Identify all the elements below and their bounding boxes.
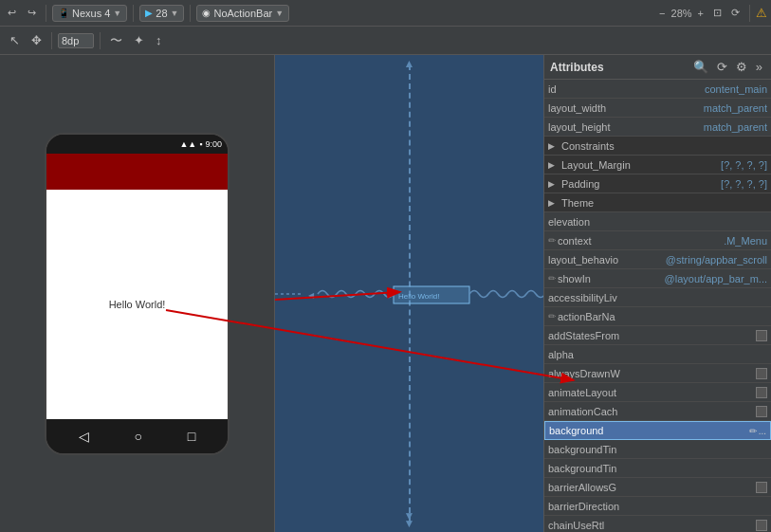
theme-label: NoActionBar	[213, 8, 272, 19]
magic-button[interactable]: ✦	[130, 31, 148, 49]
attr-name: context	[558, 235, 724, 247]
zoom-plus-button[interactable]: +	[694, 6, 707, 21]
svg-text:◀: ◀	[308, 291, 315, 300]
section-value: [?, ?, ?, ?]	[721, 178, 767, 190]
attr-name: backgroundTin	[548, 463, 767, 474]
left-panel: ▲▲ ▪ 9:00 Hello World! ◁ ○ □	[0, 55, 275, 532]
battery-icon: ▪	[199, 139, 202, 149]
checkbox-icon[interactable]	[756, 406, 767, 417]
attr-row-23[interactable]: chainUseRtl	[544, 516, 771, 532]
attr-name: layout_behavio	[548, 254, 666, 266]
warning-icon: ⚠	[756, 6, 767, 20]
phone-mockup: ▲▲ ▪ 9:00 Hello World! ◁ ○ □	[45, 133, 229, 455]
separator-5	[51, 32, 52, 49]
theme-selector[interactable]: ◉ NoActionBar ▼	[196, 5, 289, 22]
attr-row-20[interactable]: backgroundTin	[544, 459, 771, 478]
cursor-button[interactable]: ↖	[6, 31, 24, 49]
phone-status-bar: ▲▲ ▪ 9:00	[46, 135, 228, 154]
attr-row-16[interactable]: animateLayout	[544, 383, 771, 402]
attr-row-12[interactable]: ✏ actionBarNa	[544, 307, 771, 326]
attr-name: elevation	[548, 216, 767, 228]
back-icon: ◁	[79, 429, 89, 444]
separator-6	[100, 32, 101, 49]
attr-name: showIn	[558, 273, 665, 284]
attr-row-17[interactable]: animationCach	[544, 402, 771, 421]
section-name: Theme	[561, 197, 767, 209]
attr-name: layout_height	[548, 121, 704, 133]
home-icon: ○	[135, 429, 142, 444]
attr-value: match_parent	[704, 121, 767, 133]
attributes-list: idcontent_mainlayout_widthmatch_parentla…	[544, 80, 771, 532]
pan-button[interactable]: ✥	[28, 31, 46, 49]
attr-row-18[interactable]: background✏...	[544, 421, 771, 440]
attr-row-8[interactable]: ✏ context.M_Menu	[544, 231, 771, 250]
attr-row-9[interactable]: layout_behavio@string/appbar_scroll	[544, 250, 771, 269]
zoom-controls: − 28% + ⊡ ⟳	[655, 5, 743, 21]
margin-input[interactable]	[58, 33, 94, 48]
svg-text:Hello World!: Hello World!	[398, 292, 439, 301]
attr-name: barrierDirection	[548, 501, 767, 512]
attr-name: animateLayout	[548, 387, 752, 398]
attr-row-6[interactable]: ▶Theme	[544, 193, 771, 212]
attr-row-10[interactable]: ✏ showIn@layout/app_bar_m...	[544, 269, 771, 288]
checkbox-icon[interactable]	[756, 387, 767, 398]
gear-icon-button[interactable]: ⚙	[733, 59, 750, 75]
device-selector[interactable]: 📱 Nexus 4 ▼	[52, 5, 127, 22]
attr-row-0[interactable]: idcontent_main	[544, 80, 771, 99]
attr-row-2[interactable]: layout_heightmatch_parent	[544, 118, 771, 137]
attr-row-15[interactable]: alwaysDrawnW	[544, 364, 771, 383]
api-selector[interactable]: ▶ 28 ▼	[139, 5, 184, 22]
attr-row-1[interactable]: layout_widthmatch_parent	[544, 99, 771, 118]
attr-row-4[interactable]: ▶Layout_Margin[?, ?, ?, ?]	[544, 156, 771, 174]
theme-icon: ◉	[202, 8, 211, 18]
attr-row-22[interactable]: barrierDirection	[544, 497, 771, 516]
pencil-icon: ✏	[749, 426, 757, 436]
rotate-button[interactable]: ⟳	[727, 5, 743, 21]
section-name: Padding	[561, 178, 721, 190]
bottom-arrow: ▼	[404, 509, 415, 523]
attr-row-14[interactable]: alpha	[544, 345, 771, 364]
separator-2	[133, 5, 134, 22]
attr-name: id	[548, 83, 705, 95]
attr-row-5[interactable]: ▶Padding[?, ?, ?, ?]	[544, 174, 771, 193]
attr-name: addStatesFrom	[548, 330, 752, 341]
theme-chevron: ▼	[275, 9, 284, 18]
expand-icon: ▶	[548, 160, 558, 170]
phone-nav-bar: ◁ ○ □	[46, 419, 228, 453]
hello-world-label: Hello World!	[109, 299, 166, 310]
device-label: Nexus 4	[72, 8, 110, 19]
expand-icon: ▶	[548, 179, 558, 189]
undo-button[interactable]: ↩	[4, 5, 20, 21]
checkbox-icon[interactable]	[756, 520, 767, 531]
vertical-button[interactable]: ↕	[152, 31, 166, 49]
attr-row-13[interactable]: addStatesFrom	[544, 326, 771, 345]
checkbox-icon[interactable]	[756, 330, 767, 341]
expand-icon: ▶	[548, 141, 558, 151]
refresh-icon-button[interactable]: ⟳	[714, 59, 730, 75]
top-toolbar: ↩ ↪ 📱 Nexus 4 ▼ ▶ 28 ▼ ◉ NoActionBar ▼ −…	[0, 0, 771, 27]
center-panel: ◀ Hello World! ▶ ▼	[275, 55, 543, 532]
wave-button[interactable]: 〜	[106, 30, 126, 51]
expand-icon-button[interactable]: »	[753, 59, 765, 75]
attr-name: layout_width	[548, 102, 704, 114]
pencil-icon: ✏	[548, 273, 556, 284]
attr-row-19[interactable]: backgroundTin	[544, 440, 771, 459]
attr-name: alpha	[548, 349, 767, 360]
zoom-minus-button[interactable]: −	[655, 6, 669, 21]
right-panel: Attributes 🔍 ⟳ ⚙ » idcontent_mainlayout_…	[543, 55, 771, 532]
checkbox-icon[interactable]	[756, 368, 767, 379]
second-toolbar: ↖ ✥ 〜 ✦ ↕	[0, 27, 771, 55]
attr-row-21[interactable]: barrierAllowsG	[544, 478, 771, 497]
attr-row-7[interactable]: elevation	[544, 212, 771, 231]
attr-row-11[interactable]: accessibilityLiv	[544, 288, 771, 307]
section-value: [?, ?, ?, ?]	[721, 159, 767, 171]
attr-value: match_parent	[704, 102, 767, 114]
search-icon-button[interactable]: 🔍	[690, 59, 711, 75]
attr-name: backgroundTin	[548, 444, 767, 455]
zoom-fit-button[interactable]: ⊡	[709, 5, 725, 21]
attr-row-3[interactable]: ▶Constraints	[544, 137, 771, 156]
constraint-svg: ◀ Hello World! ▶	[275, 280, 543, 308]
checkbox-icon[interactable]	[756, 482, 767, 493]
redo-button[interactable]: ↪	[24, 5, 40, 21]
device-icon: 📱	[58, 8, 69, 18]
